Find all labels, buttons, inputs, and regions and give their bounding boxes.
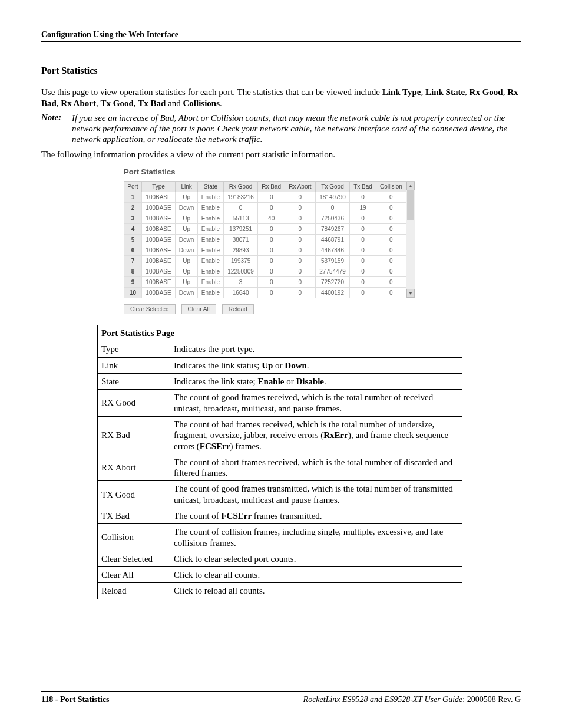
table-cell: 1379251	[223, 224, 257, 235]
column-header: Collision	[376, 182, 406, 192]
table-cell: 100BASE	[141, 224, 175, 235]
table-cell: 0	[376, 235, 406, 245]
table-cell: 5379159	[315, 256, 349, 266]
desc-row: LinkIndicates the link status; Up or Dow…	[98, 357, 462, 373]
table-cell: 100BASE	[141, 235, 175, 245]
desc-label: Collision	[98, 524, 170, 551]
column-header: Type	[141, 182, 175, 192]
desc-text: The count of FCSErr frames transmitted.	[170, 508, 462, 524]
table-cell: 16640	[223, 288, 257, 298]
desc-label: RX Abort	[98, 454, 170, 481]
table-row[interactable]: 2100BASEDownEnable0000190	[124, 203, 406, 213]
table-cell: 7250436	[315, 213, 349, 224]
table-cell: 3	[223, 277, 257, 288]
column-header: Rx Abort	[285, 182, 316, 192]
table-row[interactable]: 9100BASEUpEnable300725272000	[124, 277, 406, 288]
table-cell: 0	[376, 256, 406, 266]
table-cell: Down	[176, 203, 198, 213]
desc-text: Indicates the port type.	[170, 341, 462, 357]
intro-paragraph: Use this page to view operation statisti…	[41, 87, 521, 109]
column-header: Tx Good	[315, 182, 349, 192]
table-cell: 0	[258, 288, 285, 298]
table-cell: 0	[258, 235, 285, 245]
desc-text: The count of bad frames received, which …	[170, 416, 462, 454]
table-cell: 4400192	[315, 288, 349, 298]
table-cell: Enable	[197, 266, 223, 277]
desc-text: Click to reload all counts.	[170, 583, 462, 599]
table-row[interactable]: 10100BASEDownEnable1664000440019200	[124, 288, 406, 298]
table-cell: 4468791	[315, 235, 349, 245]
scroll-up-icon[interactable]: ▲	[406, 182, 415, 190]
table-row[interactable]: 7100BASEUpEnable19937500537915900	[124, 256, 406, 266]
desc-text: The count of collision frames, including…	[170, 524, 462, 551]
table-cell: 0	[285, 213, 316, 224]
port-stats-screenshot: Port Statistics PortTypeLinkStateRx Good…	[124, 167, 521, 314]
table-cell: 0	[376, 277, 406, 288]
footer-page: 118 - Port Statistics	[41, 695, 109, 704]
clear-selected-button[interactable]: Clear Selected	[124, 304, 176, 314]
scroll-down-icon[interactable]: ▼	[406, 289, 415, 298]
table-scrollbar[interactable]: ▲ ▼	[406, 181, 415, 298]
table-cell: 100BASE	[141, 245, 175, 256]
table-cell: 10	[124, 288, 142, 298]
desc-text: The count of good frames received, which…	[170, 390, 462, 417]
page-footer: 118 - Port Statistics RocketLinx ES9528 …	[41, 691, 521, 704]
table-cell: 0	[350, 277, 376, 288]
leadin-paragraph: The following information provides a vie…	[41, 149, 521, 160]
table-row[interactable]: 5100BASEDownEnable3807100446879100	[124, 235, 406, 245]
desc-row: TX GoodThe count of good frames transmit…	[98, 481, 462, 508]
desc-row: ReloadClick to reload all counts.	[98, 583, 462, 599]
table-cell: 4	[124, 224, 142, 235]
table-cell: 0	[285, 288, 316, 298]
note-label: Note:	[41, 113, 72, 145]
table-cell: Up	[176, 224, 198, 235]
intro-term: Link Type	[382, 87, 421, 97]
table-cell: 0	[285, 245, 316, 256]
table-cell: Up	[176, 277, 198, 288]
reload-button[interactable]: Reload	[222, 304, 254, 314]
table-cell: 100BASE	[141, 203, 175, 213]
table-row[interactable]: 6100BASEDownEnable2989300446784600	[124, 245, 406, 256]
intro-term: Link State	[425, 87, 465, 97]
table-cell: 8	[124, 266, 142, 277]
table-cell: Down	[176, 288, 198, 298]
table-cell: 0	[350, 288, 376, 298]
table-cell: 0	[315, 203, 349, 213]
table-row[interactable]: 1100BASEUpEnable19183216001814979000	[124, 192, 406, 203]
table-cell: 0	[376, 224, 406, 235]
table-cell: 0	[285, 266, 316, 277]
column-header: Port	[124, 182, 142, 192]
table-cell: 100BASE	[141, 277, 175, 288]
table-cell: 0	[350, 245, 376, 256]
table-cell: 0	[350, 256, 376, 266]
desc-row: TypeIndicates the port type.	[98, 341, 462, 357]
table-cell: Enable	[197, 235, 223, 245]
desc-label: Clear Selected	[98, 551, 170, 566]
table-cell: 0	[285, 256, 316, 266]
table-cell: 7252720	[315, 277, 349, 288]
table-row[interactable]: 4100BASEUpEnable137925100784926700	[124, 224, 406, 235]
table-row[interactable]: 8100BASEUpEnable12250009002775447900	[124, 266, 406, 277]
table-cell: 55113	[223, 213, 257, 224]
table-row[interactable]: 3100BASEUpEnable55113400725043600	[124, 213, 406, 224]
table-cell: 12250009	[223, 266, 257, 277]
header-title: Configuration Using the Web Interface	[41, 30, 178, 39]
column-header: Link	[176, 182, 198, 192]
table-cell: 2	[124, 203, 142, 213]
note-block: Note: If you see an increase of Bad, Abo…	[41, 113, 521, 145]
desc-label: TX Bad	[98, 508, 170, 524]
desc-text: Click to clear selected port counts.	[170, 551, 462, 566]
table-cell: Up	[176, 192, 198, 203]
table-cell: 40	[258, 213, 285, 224]
desc-row: Clear AllClick to clear all counts.	[98, 567, 462, 583]
table-cell: 0	[285, 235, 316, 245]
table-cell: 0	[258, 277, 285, 288]
scroll-thumb[interactable]	[407, 190, 414, 220]
table-cell: Up	[176, 266, 198, 277]
table-cell: Up	[176, 213, 198, 224]
clear-all-button[interactable]: Clear All	[181, 304, 216, 314]
desc-label: Link	[98, 357, 170, 373]
table-cell: 19	[350, 203, 376, 213]
table-cell: 5	[124, 235, 142, 245]
table-cell: 3	[124, 213, 142, 224]
